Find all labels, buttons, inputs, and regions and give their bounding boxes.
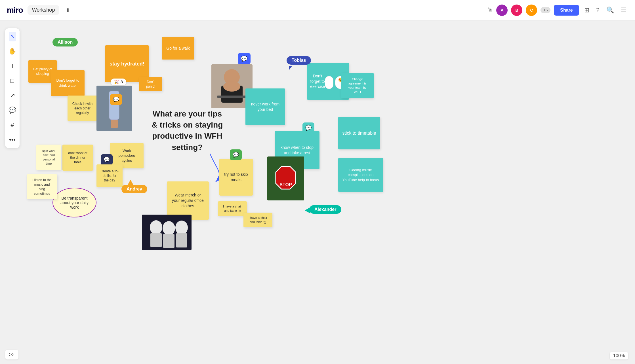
- svg-rect-9: [111, 120, 118, 128]
- help-icon[interactable]: ?: [594, 5, 601, 16]
- arrow-tool[interactable]: ↗: [9, 91, 16, 100]
- collapse-sidebar-button[interactable]: >>: [5, 350, 18, 359]
- reaction-plus-2[interactable]: + 2: [325, 76, 333, 89]
- photo-stormtroopers: [142, 215, 192, 250]
- more-tools[interactable]: •••: [8, 135, 17, 145]
- comment-teal[interactable]: 💬: [302, 122, 314, 133]
- stop-sign-image: STOP: [267, 156, 304, 200]
- share-button[interactable]: Share: [554, 5, 579, 16]
- sticky-chair-2[interactable]: I have a chair and table :)): [243, 213, 272, 227]
- sticky-listen-music[interactable]: I listen to the music and sing sometimes: [27, 174, 57, 199]
- comment-tool[interactable]: 💬: [7, 105, 17, 115]
- sticky-drink-water[interactable]: Don't forget to drink water: [51, 70, 85, 96]
- canvas[interactable]: What are your tips & tricks on staying p…: [0, 20, 635, 364]
- left-toolbar: ↖ ✋ T □ ↗ 💬 # •••: [5, 28, 20, 148]
- sticky-stay-hydrated[interactable]: stay hydrated!: [105, 45, 149, 82]
- photo-water-bottle: [96, 86, 132, 131]
- cursor-andrev: Andrev: [121, 185, 147, 193]
- topbar: miro Workshop ⬆ 🖱 A B C +5 Share ⊞ ? 🔍 ☰: [0, 0, 635, 20]
- svg-rect-15: [150, 233, 162, 247]
- sticky-never-work-bed[interactable]: never work from your bed: [245, 88, 285, 125]
- cursor-tobias-label: Tobias: [287, 56, 311, 65]
- reaction-hydrated[interactable]: 🎉 8: [111, 79, 126, 85]
- sticky-skip-meals[interactable]: try not to skip meals: [219, 159, 253, 196]
- sticky-chair-1[interactable]: I have a chair and table :)): [218, 201, 247, 216]
- photo-stop-sign: STOP: [267, 156, 304, 200]
- upload-button[interactable]: ⬆: [64, 5, 72, 15]
- menu-icon[interactable]: ☰: [619, 5, 628, 16]
- comment-water-bottle[interactable]: 💬: [110, 94, 122, 105]
- svg-rect-5: [217, 96, 247, 98]
- bottle-image: [96, 86, 132, 131]
- comment-skip-meals[interactable]: 💬: [230, 149, 242, 160]
- center-question: What are your tips & tricks on staying p…: [150, 108, 224, 153]
- comment-pomodoro[interactable]: 💬: [101, 154, 113, 165]
- sticky-change-agreement[interactable]: Change agreement is your team by WFH: [341, 73, 374, 98]
- settings-icon[interactable]: ⊞: [583, 5, 591, 16]
- hand-tool[interactable]: ✋: [7, 46, 17, 56]
- stormtrooper-image: [142, 215, 192, 250]
- sticky-split-time[interactable]: split work time and personal time: [36, 145, 61, 170]
- sticky-check-in[interactable]: Check in with each other regularly: [68, 96, 97, 121]
- topbar-right: 🖱 A B C +5 Share ⊞ ? 🔍 ☰: [487, 5, 628, 16]
- sticky-dont-panic[interactable]: Don't panic!: [139, 77, 162, 91]
- cursor-tool[interactable]: ↖: [9, 32, 16, 41]
- avatar-2: B: [511, 5, 522, 16]
- frame-tool[interactable]: #: [9, 120, 15, 130]
- sticky-dinner-table[interactable]: don't work at the dinner table: [62, 145, 93, 171]
- comment-center[interactable]: 💬: [238, 53, 251, 64]
- sticky-go-walk[interactable]: Go for a walk: [162, 37, 194, 60]
- cursor-allison-label: Allison: [52, 38, 78, 46]
- cursor-alexander: Alexander: [309, 205, 341, 214]
- sticky-timetable[interactable]: stick to timetable: [338, 117, 380, 149]
- sticky-coding-music[interactable]: Coding music compilations on YouTube hel…: [338, 158, 383, 192]
- svg-point-14: [150, 220, 162, 234]
- cursor-filter-icon[interactable]: 🖱: [487, 7, 493, 13]
- sticky-todo[interactable]: Create a to-do list for the day: [96, 164, 123, 187]
- avatar-3: C: [526, 5, 537, 16]
- svg-rect-17: [163, 234, 174, 248]
- cursor-alexander-label: Alexander: [309, 205, 341, 214]
- app-logo: miro: [7, 6, 23, 15]
- avatar-1: A: [496, 5, 508, 16]
- svg-point-16: [163, 221, 175, 235]
- svg-text:STOP: STOP: [279, 182, 292, 187]
- sticky-wear-merch[interactable]: Wear merch or your regular office clothe…: [167, 181, 209, 220]
- svg-rect-19: [176, 233, 187, 247]
- svg-point-4: [223, 81, 240, 92]
- text-tool[interactable]: T: [9, 61, 15, 71]
- avatar-count: +5: [541, 7, 550, 13]
- svg-point-18: [175, 221, 188, 235]
- workspace-name[interactable]: Workshop: [28, 5, 60, 15]
- cursor-andrev-label: Andrev: [121, 185, 147, 193]
- sticky-tool[interactable]: □: [9, 76, 15, 86]
- oval-transparent[interactable]: Be transparent about your daily work: [52, 188, 96, 217]
- zoom-indicator: 100%: [610, 352, 628, 359]
- search-icon[interactable]: 🔍: [605, 5, 616, 16]
